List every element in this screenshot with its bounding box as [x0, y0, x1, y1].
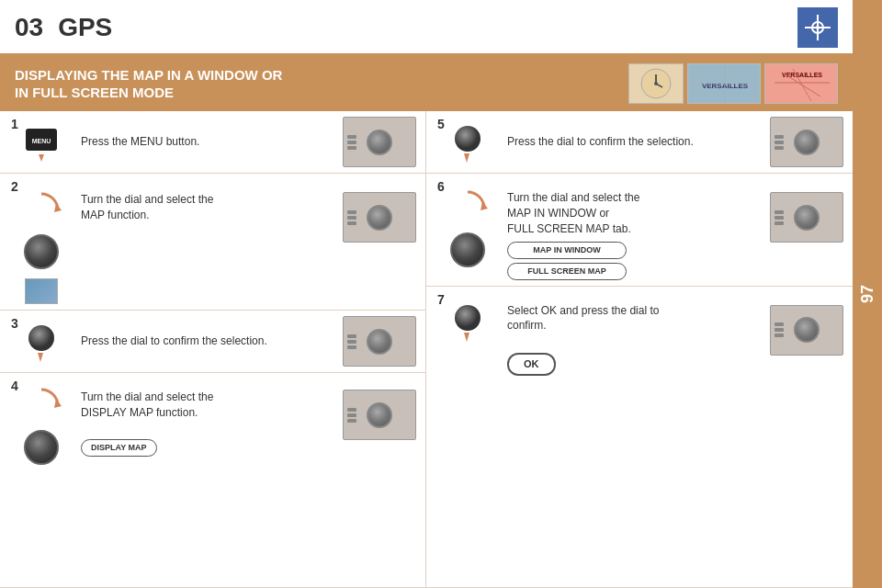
- step-3-text: Press the dial to confirm the selection.: [81, 334, 335, 349]
- step-5: 5 Press the dial to confi: [426, 111, 853, 174]
- step-5-device: [770, 117, 843, 167]
- map-image-1: VERSAILLES: [687, 63, 761, 104]
- svg-point-24: [455, 126, 481, 152]
- page-header: 03 GPS: [0, 0, 853, 56]
- svg-point-21: [28, 325, 54, 351]
- press-dial-icon-5: [447, 122, 488, 163]
- page-number: 97: [858, 285, 877, 303]
- section-title: DISPLAYING THE MAP IN A WINDOW OR IN FUL…: [15, 66, 617, 102]
- full-screen-map-button: FULL SCREEN MAP: [507, 263, 627, 280]
- press-dial-down-icon: [21, 322, 62, 362]
- turn-dial-icon: [21, 190, 62, 231]
- step-6-text: Turn the dial and select the MAP IN WIND…: [507, 190, 763, 280]
- device-buttons-5: [775, 135, 784, 150]
- turn-dial-icon-4: [21, 386, 62, 426]
- step-6-icon-area: [435, 188, 500, 267]
- step-6: 6 Turn the dial and select the MAP IN WI…: [426, 174, 853, 287]
- svg-marker-28: [464, 333, 469, 342]
- step-3: 3 Press the dial to confi: [0, 311, 426, 373]
- device-buttons-7: [775, 322, 784, 337]
- step-2-device: [343, 192, 416, 243]
- step-2: 2 Turn the dial and select the MAP funct…: [0, 174, 426, 311]
- device-dial-3: [367, 329, 392, 355]
- step-2-number: 2: [6, 177, 24, 196]
- step-4-text: Turn the dial and select the DISPLAY MAP…: [81, 390, 335, 457]
- chapter-number: 03: [15, 13, 43, 42]
- svg-text:MENU: MENU: [32, 138, 51, 144]
- left-column: 1 MENU Press the MENU button.: [0, 111, 426, 588]
- step-7: 7 Select OK and press the: [426, 287, 853, 588]
- menu-press-icon: MENU: [18, 119, 64, 165]
- step-4-number: 4: [6, 377, 24, 395]
- dial-icon-6: [450, 232, 485, 267]
- svg-point-27: [455, 305, 481, 331]
- right-column: 5 Press the dial to confi: [426, 111, 853, 588]
- section-header: DISPLAYING THE MAP IN A WINDOW OR IN FUL…: [0, 56, 853, 111]
- ok-button-label: OK: [507, 353, 556, 376]
- step-7-text: Select OK and press the dial to confirm.…: [507, 303, 763, 377]
- display-map-button-label: DISPLAY MAP: [81, 439, 157, 457]
- svg-point-7: [654, 82, 658, 85]
- map-in-window-button: MAP IN WINDOW: [507, 242, 627, 259]
- step-4-icon-area: [9, 386, 74, 465]
- step-5-text: Press the dial to confirm the selection.: [507, 134, 763, 150]
- svg-text:VERSAILLES: VERSAILLES: [782, 72, 822, 78]
- chapter-title: GPS: [58, 13, 112, 42]
- svg-text:VERSAILLES: VERSAILLES: [702, 82, 749, 90]
- step-6-device: [770, 192, 843, 243]
- device-dial-5: [794, 130, 820, 155]
- dial-icon-4: [24, 430, 59, 465]
- device-buttons-6: [775, 210, 784, 225]
- step-1-number: 1: [6, 115, 24, 133]
- press-dial-down-icon-7: [447, 301, 488, 342]
- step-1-text: Press the MENU button.: [81, 134, 335, 150]
- svg-marker-25: [464, 153, 469, 163]
- device-dial-4: [367, 402, 392, 428]
- step-4-device: [343, 390, 416, 440]
- step-6-number: 6: [432, 177, 450, 196]
- step-3-device: [343, 316, 416, 367]
- step-5-number: 5: [432, 115, 450, 133]
- gps-icon: [797, 7, 838, 48]
- step-1: 1 MENU Press the MENU button.: [0, 111, 426, 174]
- device-buttons: [347, 135, 356, 150]
- page-number-tab: 97: [853, 0, 882, 588]
- header-images: VERSAILLES VERSAILLES: [628, 63, 838, 104]
- device-buttons-4: [347, 408, 356, 423]
- clock-image: [628, 63, 684, 104]
- steps-grid: 1 MENU Press the MENU button.: [0, 111, 853, 588]
- step-7-device: [770, 305, 843, 356]
- step-4: 4 Turn the dial and select the DISPLAY M…: [0, 373, 426, 588]
- dial-icon: [24, 234, 59, 269]
- device-dial-7: [794, 317, 820, 343]
- device-dial-6: [794, 205, 820, 231]
- device-dial-2: [367, 205, 392, 231]
- step-3-number: 3: [6, 314, 24, 333]
- svg-point-3: [816, 26, 820, 29]
- device-buttons-3: [347, 334, 356, 349]
- turn-dial-icon-6: [447, 188, 488, 229]
- step-7-number: 7: [432, 290, 450, 309]
- device-buttons-2: [347, 210, 356, 225]
- step-2-text: Turn the dial and select the MAP functio…: [81, 192, 335, 223]
- svg-marker-19: [39, 154, 44, 162]
- svg-marker-22: [38, 353, 43, 362]
- device-dial: [367, 130, 392, 155]
- map-image-2: VERSAILLES: [764, 63, 838, 104]
- main-content: 03 GPS DISPLAYING THE MAP IN A WINDOW OR…: [0, 0, 853, 588]
- step-1-device: [343, 117, 416, 167]
- map-thumb-icon: [25, 278, 58, 304]
- step-2-icon-area: [9, 190, 74, 304]
